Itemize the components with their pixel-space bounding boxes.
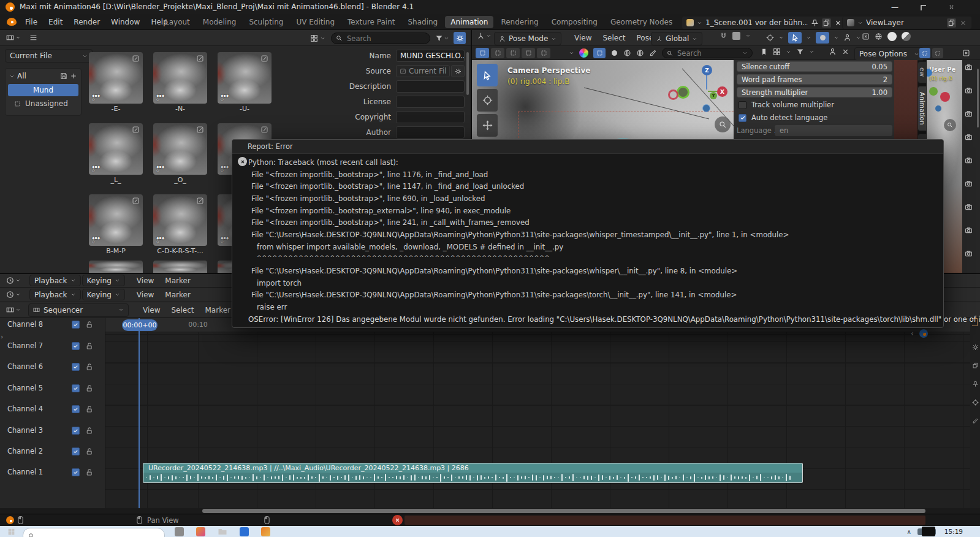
camera-icon[interactable]: [965, 203, 973, 211]
clear-icon[interactable]: [841, 48, 849, 56]
track-volume-checkbox-row[interactable]: Track volume multiplier: [739, 101, 834, 109]
silence-cutoff-slider[interactable]: Silence cutoff0.05: [737, 61, 892, 72]
sidebar-icon[interactable]: [972, 417, 979, 424]
sidebar-icon[interactable]: [972, 344, 979, 351]
playhead-line[interactable]: [139, 318, 140, 508]
scene-selector[interactable]: 1_Scene.001 vor der bühn...: [682, 16, 847, 29]
texture-icon[interactable]: [623, 49, 631, 57]
menu-marker[interactable]: Marker: [159, 276, 196, 285]
playback-menu[interactable]: Playback: [29, 289, 81, 300]
sidebar-tab-view[interactable]: ew: [917, 61, 927, 83]
options-dropdown-icon[interactable]: [569, 50, 574, 56]
sidebar-icon[interactable]: [972, 362, 979, 369]
transform-orientation-select[interactable]: Global: [651, 32, 702, 45]
viewport-search-box[interactable]: [662, 48, 753, 58]
copyright-field[interactable]: [396, 111, 465, 123]
camera-icon[interactable]: [965, 180, 973, 188]
camera-icon[interactable]: [965, 63, 973, 71]
catalog-all[interactable]: All: [17, 72, 26, 80]
proportional-edit-icon[interactable]: [766, 34, 774, 42]
menu-marker[interactable]: Marker: [200, 306, 236, 314]
error-status-icon[interactable]: [392, 515, 403, 525]
tab-compositing[interactable]: Compositing: [546, 16, 603, 28]
bookmark-icon[interactable]: [760, 48, 768, 56]
asset-thumbnail[interactable]: ◆▪◆◇: [89, 123, 143, 175]
collapse-left-icon[interactable]: ‹: [911, 329, 914, 338]
channel-lock-icon[interactable]: [85, 384, 93, 392]
channel-checkbox[interactable]: [72, 342, 80, 350]
menu-window[interactable]: Window: [105, 18, 145, 26]
tab-geometry-nodes[interactable]: Geometry Nodes: [605, 16, 678, 28]
rig-control-circle-red[interactable]: [668, 90, 678, 100]
menu-edit[interactable]: Edit: [43, 18, 68, 26]
save-icon[interactable]: [60, 72, 67, 80]
pin-icon[interactable]: [811, 19, 819, 27]
viewlayer-selector[interactable]: ViewLayer: [842, 16, 972, 29]
select-box-button[interactable]: [491, 48, 504, 58]
viewport-search-input[interactable]: [676, 48, 739, 58]
description-field[interactable]: [396, 80, 465, 93]
camera-column-scrollbar[interactable]: [977, 69, 979, 128]
menu-select[interactable]: Select: [597, 34, 631, 42]
menu-view[interactable]: View: [137, 306, 165, 314]
move-tool-button[interactable]: [477, 114, 498, 137]
tab-texture-paint[interactable]: Texture Paint: [342, 16, 400, 28]
asset-thumbnail[interactable]: [89, 261, 143, 273]
playhead-badge[interactable]: 00:00+00: [122, 319, 158, 331]
asset-thumbnail[interactable]: ◆▪◆◇: [153, 194, 207, 246]
shading-solid-icon[interactable]: [887, 32, 897, 41]
camera-icon[interactable]: [965, 86, 973, 94]
editor-type-icon[interactable]: [6, 34, 14, 42]
display-mode-icon[interactable]: [310, 34, 318, 42]
taskbar-app-icon[interactable]: [196, 527, 205, 536]
asset-thumbnail[interactable]: ◆▪◆◇: [89, 52, 143, 104]
gizmo-x-axis[interactable]: X: [717, 86, 727, 97]
snap-icon[interactable]: [720, 32, 727, 40]
author-field[interactable]: [396, 126, 465, 139]
add-catalog-icon[interactable]: [70, 72, 77, 80]
snap-dropdown-icon[interactable]: [745, 33, 751, 39]
catalog-item-mund[interactable]: Mund: [8, 84, 78, 96]
camera-icon[interactable]: [965, 133, 973, 141]
select-circle-button[interactable]: [506, 48, 520, 58]
cursor-tool-button[interactable]: [477, 89, 498, 112]
sequencer-area[interactable]: › Channel 8 Channel 7 Channel 6 Channel …: [0, 318, 980, 508]
channel-checkbox[interactable]: [72, 448, 80, 455]
taskbar-app-icon[interactable]: [261, 527, 270, 536]
windows-start-icon[interactable]: [7, 528, 15, 536]
mini-select-button[interactable]: [919, 48, 930, 58]
tab-uv-editing[interactable]: UV Editing: [291, 16, 340, 28]
keying-menu[interactable]: Keying: [82, 275, 125, 286]
sidebar-icon[interactable]: [972, 399, 979, 406]
rig-control-circle[interactable]: [677, 86, 689, 99]
minimize-button[interactable]: —: [881, 0, 909, 14]
menu-view[interactable]: View: [569, 34, 597, 42]
gizmo-toggle-button[interactable]: [788, 32, 802, 44]
taskbar-app-icon[interactable]: [175, 527, 184, 536]
channel-lock-icon[interactable]: [85, 342, 93, 350]
tab-animation[interactable]: Animation: [445, 16, 493, 28]
channel-checkbox[interactable]: [72, 363, 80, 371]
asset-thumbnail[interactable]: [153, 261, 207, 273]
asset-thumbnail[interactable]: ◆▪◆◇: [153, 52, 207, 104]
taskbar-search-box[interactable]: [23, 528, 165, 537]
asset-search-box[interactable]: [331, 32, 430, 44]
delete-scene-icon[interactable]: [834, 19, 842, 27]
channel-checkbox[interactable]: [72, 321, 80, 329]
tab-modeling[interactable]: Modeling: [197, 16, 242, 28]
keying-menu[interactable]: Keying: [82, 289, 125, 300]
sidebar-icon[interactable]: [972, 381, 979, 387]
mini-mode-button[interactable]: [932, 48, 943, 58]
active-overlay-button[interactable]: [593, 48, 606, 58]
filter-icon[interactable]: [435, 34, 443, 42]
mini-y-axis[interactable]: [929, 87, 938, 96]
menu-view[interactable]: View: [131, 291, 159, 299]
license-field[interactable]: [396, 96, 465, 108]
overlays-toggle-button[interactable]: [816, 32, 829, 44]
mode-select[interactable]: Pose Mode: [494, 32, 561, 45]
xray-toggle-icon[interactable]: [862, 32, 870, 40]
collections-icon[interactable]: [773, 48, 781, 56]
channel-lock-icon[interactable]: [85, 448, 93, 455]
xray-person-icon[interactable]: [843, 34, 851, 42]
tab-shading[interactable]: Shading: [402, 16, 443, 28]
